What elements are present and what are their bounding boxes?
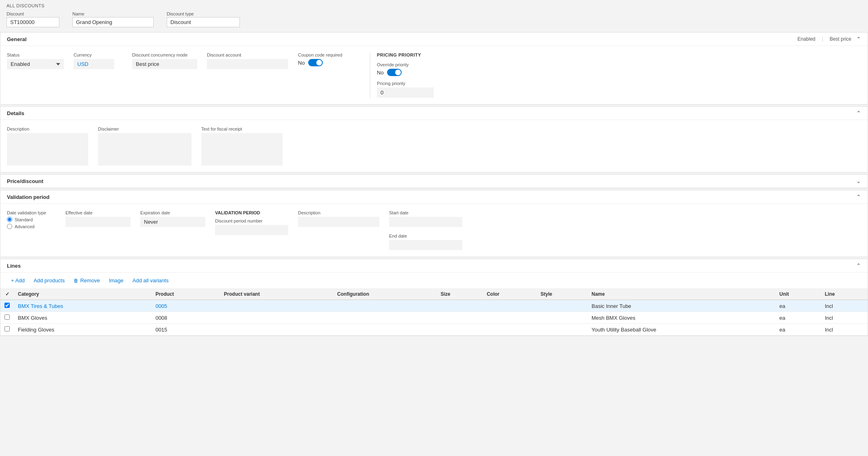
product-link: 0008: [155, 315, 167, 321]
coupon-toggle[interactable]: [308, 59, 323, 66]
validation-period-section: Validation period ⌃ Date validation type…: [0, 190, 868, 257]
expiration-date-input[interactable]: [140, 217, 205, 227]
price-discount-chevron-icon: ⌄: [856, 178, 861, 184]
concurrency-label: Discount concurrency mode: [132, 52, 197, 57]
lines-section: Lines ⌃ + Add Add products 🗑 Remove Imag…: [0, 259, 868, 336]
pricing-priority-field-label: Pricing priority: [377, 81, 434, 86]
row-configuration: [333, 300, 436, 312]
row-check[interactable]: [0, 324, 14, 336]
override-no-label: No: [377, 70, 384, 76]
header-name-input[interactable]: [72, 17, 154, 27]
header-discount-input[interactable]: [7, 17, 59, 27]
expiration-date-label: Expiration date: [140, 210, 205, 215]
col-configuration: Configuration: [333, 289, 436, 300]
row-check[interactable]: [0, 312, 14, 324]
date-validation-group: Date validation type Standard Advanced: [7, 210, 56, 229]
discount-account-input[interactable]: [207, 59, 288, 69]
row-checkbox[interactable]: [4, 326, 10, 332]
lines-section-header[interactable]: Lines ⌃: [0, 259, 868, 273]
table-row[interactable]: BMX Gloves 0008 Mesh BMX Gloves ea Incl: [0, 312, 868, 324]
row-check[interactable]: [0, 300, 14, 312]
coupon-label: Coupon code required: [298, 52, 347, 57]
row-checkbox[interactable]: [4, 314, 10, 320]
table-row[interactable]: Fielding Gloves 0015 Youth Utility Baseb…: [0, 324, 868, 336]
currency-input[interactable]: [74, 59, 114, 69]
header-discount-field: Discount: [7, 11, 59, 27]
coupon-toggle-slider: [308, 59, 323, 66]
fiscal-group: Text for fiscal receipt: [201, 127, 283, 166]
category-link: BMX Gloves: [18, 315, 47, 321]
row-product: 0008: [151, 312, 220, 324]
start-date-input[interactable]: [389, 217, 462, 227]
effective-date-group: Effective date: [65, 210, 131, 227]
product-link[interactable]: 0005: [155, 303, 167, 309]
coupon-toggle-row: No: [298, 59, 347, 66]
row-unit: ea: [775, 312, 821, 324]
disclaimer-textarea[interactable]: [98, 133, 191, 166]
row-configuration: [333, 312, 436, 324]
add-products-button[interactable]: Add products: [30, 276, 69, 285]
col-style: Style: [537, 289, 588, 300]
remove-label: Remove: [80, 277, 100, 284]
discount-account-group: Discount account: [207, 52, 288, 98]
status-group: Status Enabled Disabled: [7, 52, 64, 98]
row-product: 0005: [151, 300, 220, 312]
radio-advanced[interactable]: Advanced: [7, 224, 56, 229]
override-toggle[interactable]: [387, 69, 402, 76]
details-section-header[interactable]: Details ⌃: [0, 107, 868, 120]
table-row[interactable]: BMX Tires & Tubes 0005 Basic Inner Tube …: [0, 300, 868, 312]
validation-period-title: Validation period: [7, 194, 50, 200]
row-line: Incl: [821, 300, 868, 312]
image-button[interactable]: Image: [105, 276, 128, 285]
row-product: 0015: [151, 324, 220, 336]
row-variant: [220, 312, 333, 324]
general-section-header[interactable]: General Enabled | Best price ⌃: [0, 33, 868, 46]
col-color: Color: [483, 289, 536, 300]
end-date-input[interactable]: [389, 240, 462, 250]
disclaimer-group: Disclaimer: [98, 127, 191, 166]
pricing-priority-input[interactable]: [377, 87, 434, 98]
details-chevron-icon: ⌃: [856, 110, 861, 116]
row-unit: ea: [775, 300, 821, 312]
expiration-date-group: Expiration date: [140, 210, 205, 227]
discount-period-label: Discount period number: [215, 218, 288, 223]
radio-standard-label: Standard: [15, 217, 33, 222]
radio-advanced-label: Advanced: [15, 224, 35, 229]
category-link[interactable]: BMX Tires & Tubes: [18, 303, 63, 309]
start-end-date-group: Start date End date: [389, 210, 462, 250]
col-size: Size: [437, 289, 483, 300]
description-label: Description: [7, 127, 88, 131]
validation-period-header[interactable]: Validation period ⌃: [0, 190, 868, 204]
concurrency-input[interactable]: [132, 59, 197, 69]
row-style: [537, 324, 588, 336]
col-check: ✓: [0, 289, 14, 300]
description-textarea[interactable]: [7, 133, 88, 166]
row-style: [537, 312, 588, 324]
radio-standard-input[interactable]: [7, 217, 12, 222]
row-variant: [220, 300, 333, 312]
val-description-label: Description: [298, 210, 379, 215]
override-toggle-row: No: [377, 69, 434, 76]
discount-period-input[interactable]: [215, 225, 288, 235]
val-description-input[interactable]: [298, 217, 379, 227]
header-name-field: Name: [72, 11, 154, 27]
add-all-variants-button[interactable]: Add all variants: [128, 276, 173, 285]
lines-title: Lines: [7, 263, 21, 269]
product-link: 0015: [155, 327, 167, 333]
lines-header-row: ✓ Category Product Product variant Confi…: [0, 289, 868, 300]
effective-date-input[interactable]: [65, 217, 131, 227]
radio-advanced-input[interactable]: [7, 224, 12, 229]
header-type-field: Discount type: [167, 11, 240, 27]
price-discount-header[interactable]: Price/discount ⌄: [0, 175, 868, 188]
general-title: General: [7, 36, 26, 42]
radio-standard[interactable]: Standard: [7, 217, 56, 222]
row-color: [483, 312, 536, 324]
validation-period-inner-group: VALIDATION PERIOD Discount period number: [215, 210, 288, 235]
row-checkbox[interactable]: [4, 303, 10, 308]
fiscal-textarea[interactable]: [201, 133, 283, 166]
status-select[interactable]: Enabled Disabled: [7, 59, 64, 69]
header-type-input[interactable]: [167, 17, 240, 27]
remove-button[interactable]: 🗑 Remove: [70, 276, 104, 285]
concurrency-group: Discount concurrency mode: [132, 52, 197, 98]
add-button[interactable]: + Add: [7, 276, 29, 285]
